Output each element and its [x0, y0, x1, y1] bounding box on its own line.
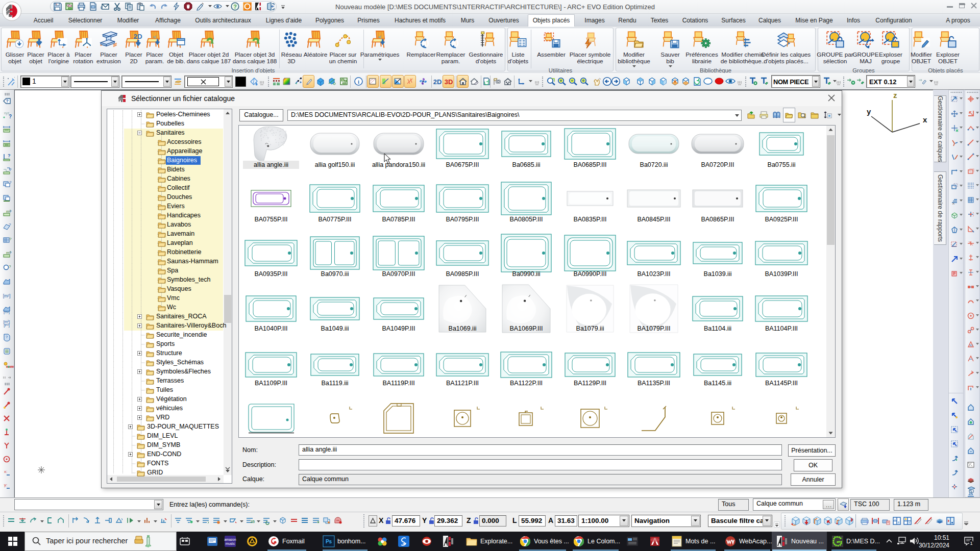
svg-text:90: 90: [969, 344, 972, 347]
svg-text:[m²]: [m²]: [4, 310, 10, 314]
svg-text:?: ?: [9, 222, 11, 227]
svg-text:x:: x:: [4, 469, 7, 474]
svg-text:3D: 3D: [445, 78, 453, 86]
svg-text:y: y: [867, 107, 871, 116]
svg-text:?: ?: [9, 167, 12, 172]
svg-text:?: ?: [9, 237, 12, 241]
svg-text:?: ?: [233, 4, 237, 10]
svg-text:amazon: amazon: [224, 538, 236, 541]
svg-text:z: z: [893, 91, 897, 99]
svg-text:?: ?: [6, 98, 9, 104]
svg-text:www: www: [6, 365, 14, 368]
svg-text:2D: 2D: [433, 78, 442, 86]
svg-text:?: ?: [9, 264, 11, 269]
svg-text:1: 1: [970, 541, 972, 546]
svg-text:2D: 2D: [134, 33, 142, 40]
svg-text:i: i: [358, 79, 359, 85]
svg-text:?: ?: [6, 335, 8, 339]
svg-text:[m²]: [m²]: [3, 293, 11, 298]
svg-text:A: A: [952, 202, 954, 205]
svg-text:?: ?: [9, 114, 12, 119]
svg-text:x: x: [923, 115, 927, 124]
svg-text:?: ?: [9, 180, 12, 185]
svg-text:music: music: [226, 542, 235, 545]
svg-text:Ps: Ps: [326, 539, 332, 544]
svg-text:[P²]: [P²]: [4, 323, 10, 328]
svg-text:?: ?: [8, 153, 11, 158]
svg-text:y:: y:: [4, 483, 7, 487]
svg-text:25: 25: [251, 520, 255, 523]
